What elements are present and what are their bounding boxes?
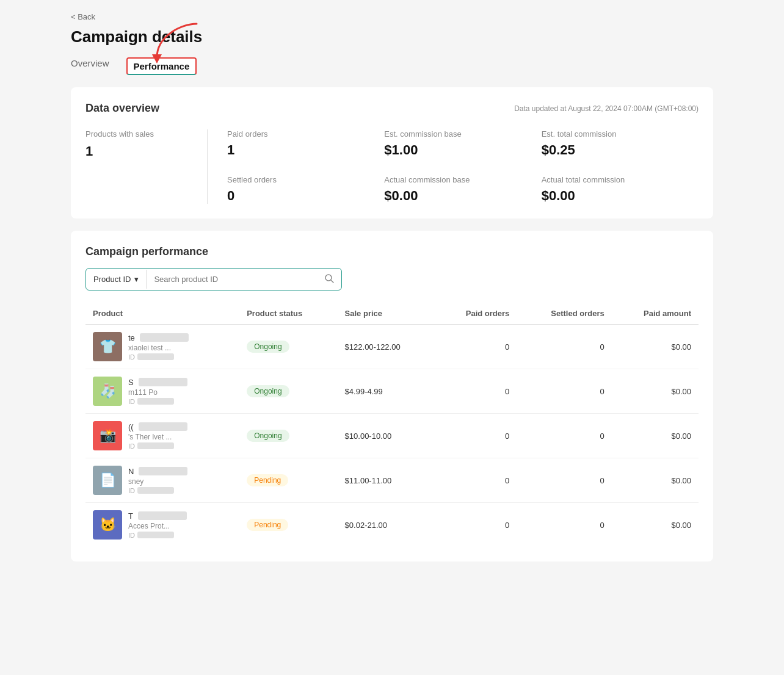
product-id-blurred-1 <box>137 398 174 405</box>
metric-actual-commission-base-value: $0.00 <box>384 188 541 204</box>
product-info-3: N sney ID <box>128 467 187 494</box>
product-name-0: te <box>128 333 135 342</box>
col-status: Product status <box>239 303 337 325</box>
metric-actual-commission-base: Actual commission base $0.00 <box>384 175 541 204</box>
col-product: Product <box>85 303 239 325</box>
data-updated-text: Data updated at August 22, 2024 07:00AM … <box>514 104 699 113</box>
tab-performance[interactable]: Performance <box>126 57 197 75</box>
metric-actual-commission-base-label: Actual commission base <box>384 175 541 184</box>
data-overview-header: Data overview Data updated at August 22,… <box>85 102 699 115</box>
metric-actual-total-commission-value: $0.00 <box>542 188 699 204</box>
product-id-prefix-3: ID <box>128 487 135 494</box>
svg-line-2 <box>331 280 333 283</box>
product-cell-4: 🐱 T Acces Prot... ID <box>85 503 239 547</box>
product-creator-2: 's Ther lvet ... <box>128 433 172 441</box>
product-id-prefix-2: ID <box>128 442 135 450</box>
product-name-2: (( <box>128 422 134 431</box>
metric-settled-orders-label: Settled orders <box>227 175 384 184</box>
back-link[interactable]: < Back <box>71 12 713 21</box>
sale-price-cell-3: $11.00-11.00 <box>338 458 436 503</box>
sale-price-cell-1: $4.99-4.99 <box>338 369 436 414</box>
metric-paid-orders-value: 1 <box>227 142 384 158</box>
product-cell-0: 👕 te xiaolei test ... ID <box>85 325 239 369</box>
product-status-cell-1: Ongoing <box>239 369 337 414</box>
product-status-cell-0: Ongoing <box>239 325 337 369</box>
product-thumbnail-2: 📸 <box>93 421 122 450</box>
product-info-2: (( 's Ther lvet ... ID <box>128 422 187 450</box>
product-status-cell-2: Ongoing <box>239 414 337 458</box>
paid-amount-cell-2: $0.00 <box>612 414 699 458</box>
product-name-3: N <box>128 467 134 476</box>
tabs-row: Overview Performance <box>71 57 713 75</box>
table-row: 📄 N sney ID Pending <box>85 458 699 503</box>
table-row: 👕 te xiaolei test ... ID <box>85 325 699 369</box>
metric-est-total-commission-label: Est. total commission <box>542 129 699 139</box>
product-name-1: S <box>128 378 134 387</box>
product-status-cell-3: Pending <box>239 458 337 503</box>
campaign-performance-card: Campaign performance Product ID ▾ Produc… <box>71 231 713 561</box>
col-paid-amount: Paid amount <box>612 303 699 325</box>
settled-orders-cell-3: 0 <box>517 458 611 503</box>
product-info-4: T Acces Prot... ID <box>128 511 187 539</box>
metric-est-total-commission-value: $0.25 <box>542 142 699 158</box>
search-input[interactable] <box>147 270 317 289</box>
search-button[interactable] <box>317 269 341 290</box>
product-info-1: S m111 Po ID <box>128 378 187 405</box>
products-with-sales-value: 1 <box>85 143 192 159</box>
metrics-grid: Paid orders 1 Est. commission base $1.00… <box>227 129 699 204</box>
product-cell-3: 📄 N sney ID <box>85 458 239 503</box>
product-name-4: T <box>128 511 133 521</box>
product-status-cell-4: Pending <box>239 503 337 547</box>
product-id-blurred-3 <box>137 487 174 494</box>
metric-est-total-commission: Est. total commission $0.25 <box>542 129 699 158</box>
metric-paid-orders-label: Paid orders <box>227 129 384 139</box>
back-arrow-icon: < Back <box>71 12 95 21</box>
product-name-blurred-2 <box>139 422 187 431</box>
product-id-blurred-4 <box>137 532 174 538</box>
settled-orders-cell-2: 0 <box>517 414 611 458</box>
metric-est-commission-base-value: $1.00 <box>384 142 541 158</box>
product-creator-1: m111 Po <box>128 388 158 397</box>
product-creator-3: sney <box>128 477 143 486</box>
status-badge-3: Pending <box>247 474 288 486</box>
product-creator-0: xiaolei test ... <box>128 344 171 352</box>
status-badge-0: Ongoing <box>247 341 289 353</box>
product-cell-2: 📸 (( 's Ther lvet ... ID <box>85 414 239 458</box>
table-row: 📸 (( 's Ther lvet ... ID <box>85 414 699 458</box>
data-overview-card: Data overview Data updated at August 22,… <box>71 87 713 218</box>
search-dropdown-label: Product ID <box>93 275 131 284</box>
page-title: Campaign details <box>71 27 713 46</box>
metric-est-commission-base: Est. commission base $1.00 <box>384 129 541 158</box>
overview-body: Products with sales 1 Paid orders 1 Est.… <box>85 129 699 204</box>
product-name-blurred-1 <box>139 378 187 386</box>
col-paid-orders: Paid orders <box>435 303 517 325</box>
paid-amount-cell-3: $0.00 <box>612 458 699 503</box>
table-row: 🧦 S m111 Po ID Ongoi <box>85 369 699 414</box>
campaign-performance-table: Product Product status Sale price Paid o… <box>85 303 699 547</box>
metric-settled-orders: Settled orders 0 <box>227 175 384 204</box>
paid-amount-cell-1: $0.00 <box>612 369 699 414</box>
table-row: 🐱 T Acces Prot... ID <box>85 503 699 547</box>
paid-orders-cell-0: 0 <box>435 325 517 369</box>
metric-actual-total-commission-label: Actual total commission <box>542 175 699 184</box>
product-thumbnail-4: 🐱 <box>93 510 122 540</box>
tab-overview[interactable]: Overview <box>71 58 109 74</box>
product-id-prefix-4: ID <box>128 532 135 539</box>
paid-orders-cell-3: 0 <box>435 458 517 503</box>
products-with-sales: Products with sales 1 <box>85 129 208 204</box>
product-id-prefix-0: ID <box>128 353 135 361</box>
search-bar: Product ID ▾ <box>85 268 342 291</box>
product-name-blurred-4 <box>138 511 187 520</box>
campaign-performance-title: Campaign performance <box>85 245 699 258</box>
data-overview-title: Data overview <box>85 102 159 115</box>
status-badge-2: Ongoing <box>247 430 289 442</box>
product-info-0: te xiaolei test ... ID <box>128 333 189 361</box>
metric-actual-total-commission: Actual total commission $0.00 <box>542 175 699 204</box>
product-name-blurred-3 <box>139 467 187 475</box>
status-badge-4: Pending <box>247 519 288 531</box>
product-thumbnail-3: 📄 <box>93 466 122 495</box>
product-cell-1: 🧦 S m111 Po ID <box>85 369 239 414</box>
sale-price-cell-4: $0.02-21.00 <box>338 503 436 547</box>
search-dropdown[interactable]: Product ID ▾ <box>86 270 147 289</box>
sale-price-cell-2: $10.00-10.00 <box>338 414 436 458</box>
